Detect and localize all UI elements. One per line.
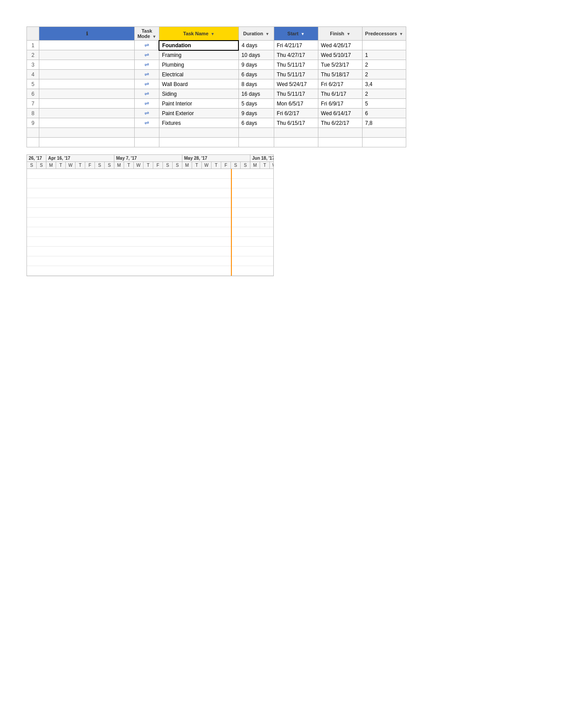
finish-dropdown-arrow[interactable]: ▼: [347, 32, 351, 36]
row-info: [39, 79, 135, 89]
pred-cell: 6: [362, 109, 406, 118]
table-row: 3⇌Plumbing9 daysThu 5/11/17Tue 5/23/172: [27, 60, 406, 70]
col-header-pred[interactable]: Predecessors ▼: [362, 27, 406, 41]
table-row: 1⇌Foundation4 daysFri 4/21/17Wed 4/26/17: [27, 41, 406, 50]
day-header-cell: W: [66, 162, 76, 169]
auto-schedule-icon: ⇌: [144, 81, 149, 87]
start-dropdown-arrow[interactable]: ▼: [301, 32, 305, 36]
week-header-cell: Jun 18, '17: [250, 155, 274, 161]
col-header-taskname[interactable]: Task Name ▼: [159, 27, 238, 41]
empty-cell: [238, 128, 274, 138]
finish-cell: Thu 5/18/17: [318, 70, 362, 79]
task-name-cell[interactable]: Siding: [159, 89, 238, 99]
row-info: [39, 118, 135, 128]
task-mode-cell: ⇌: [135, 118, 159, 128]
table-row: 4⇌Electrical6 daysThu 5/11/17Thu 5/18/17…: [27, 70, 406, 79]
day-header-cell: S: [105, 162, 114, 169]
pred-cell: 7,8: [362, 118, 406, 128]
table-header-row: ℹ TaskMode ▼ Task Name ▼ Duration ▼ Star…: [27, 27, 406, 41]
task-name-cell[interactable]: Plumbing: [159, 60, 238, 70]
row-number: 4: [27, 70, 39, 79]
chart-grid-row: [27, 227, 273, 237]
gantt-table: ℹ TaskMode ▼ Task Name ▼ Duration ▼ Star…: [26, 26, 406, 147]
chart-grid-row: [27, 198, 273, 208]
day-header-cell: W: [270, 162, 274, 169]
taskname-dropdown-arrow[interactable]: ▼: [211, 32, 215, 36]
auto-schedule-icon: ⇌: [144, 71, 149, 78]
table-row: 6⇌Siding16 daysThu 5/11/17Thu 6/1/172: [27, 89, 406, 99]
duration-cell: 10 days: [238, 50, 274, 60]
col-header-mode[interactable]: TaskMode ▼: [135, 27, 159, 41]
day-header-cell: S: [173, 162, 182, 169]
chart-grid-row: [27, 179, 273, 188]
start-cell: Mon 6/5/17: [274, 99, 318, 109]
week-header-cell: May 28, '17: [182, 155, 250, 161]
finish-cell: Fri 6/2/17: [318, 79, 362, 89]
task-mode-cell: ⇌: [135, 60, 159, 70]
row-number: 3: [27, 60, 39, 70]
start-cell: Thu 5/11/17: [274, 89, 318, 99]
task-name-cell[interactable]: Paint Exterior: [159, 109, 238, 118]
start-cell: Thu 5/11/17: [274, 70, 318, 79]
chart-day-row: SSMTWTFSSMTWTFSSMTWTFSSMTWTFSS: [27, 162, 273, 169]
auto-schedule-icon: ⇌: [144, 110, 149, 116]
day-header-cell: T: [144, 162, 153, 169]
task-name-cell[interactable]: Foundation: [159, 41, 238, 50]
chart-grid-row: [27, 188, 273, 198]
col-header-finish[interactable]: Finish ▼: [318, 27, 362, 41]
start-cell: Fri 6/2/17: [274, 109, 318, 118]
day-header-cell: S: [241, 162, 250, 169]
day-header-cell: S: [163, 162, 173, 169]
empty-cell: [362, 138, 406, 147]
duration-dropdown-arrow[interactable]: ▼: [265, 32, 269, 36]
day-header-cell: S: [27, 162, 37, 169]
row-info: [39, 109, 135, 118]
day-header-cell: S: [231, 162, 241, 169]
day-header-cell: M: [114, 162, 124, 169]
pred-cell: [362, 41, 406, 50]
pred-cell: 2: [362, 70, 406, 79]
empty-cell: [274, 138, 318, 147]
row-info: [39, 41, 135, 50]
today-line: [231, 169, 232, 276]
empty-cell: [318, 138, 362, 147]
chart-header: 26, '17Apr 16, '17May 7, '17May 28, '17J…: [27, 155, 273, 169]
row-number: 5: [27, 79, 39, 89]
empty-cell: [159, 138, 238, 147]
task-name-cell[interactable]: Framing: [159, 50, 238, 60]
finish-cell: Thu 6/22/17: [318, 118, 362, 128]
duration-cell: 9 days: [238, 60, 274, 70]
row-info: [39, 70, 135, 79]
day-header-cell: W: [202, 162, 212, 169]
task-name-cell[interactable]: Electrical: [159, 70, 238, 79]
mode-dropdown-arrow[interactable]: ▼: [152, 34, 156, 39]
finish-cell: Wed 6/14/17: [318, 109, 362, 118]
start-cell: Wed 5/24/17: [274, 79, 318, 89]
task-name-cell[interactable]: Wall Board: [159, 79, 238, 89]
pred-cell: 2: [362, 89, 406, 99]
duration-cell: 9 days: [238, 109, 274, 118]
col-header-start[interactable]: Start ▼: [274, 27, 318, 41]
chart-week-row: 26, '17Apr 16, '17May 7, '17May 28, '17J…: [27, 155, 273, 162]
auto-schedule-icon: ⇌: [144, 42, 149, 49]
duration-cell: 16 days: [238, 89, 274, 99]
finish-cell: Wed 4/26/17: [318, 41, 362, 50]
finish-cell: Wed 5/10/17: [318, 50, 362, 60]
auto-schedule-icon: ⇌: [144, 52, 149, 58]
finish-cell: Fri 6/9/17: [318, 99, 362, 109]
task-name-cell[interactable]: Paint Interior: [159, 99, 238, 109]
empty-cell: [274, 128, 318, 138]
col-header-num: [27, 27, 39, 41]
table-row: 7⇌Paint Interior5 daysMon 6/5/17Fri 6/9/…: [27, 99, 406, 109]
day-header-cell: T: [212, 162, 221, 169]
chart-grid-row: [27, 218, 273, 227]
chart-grid-row: [27, 208, 273, 218]
week-header-cell: May 7, '17: [114, 155, 182, 161]
task-mode-cell: ⇌: [135, 99, 159, 109]
col-header-duration[interactable]: Duration ▼: [238, 27, 274, 41]
duration-cell: 6 days: [238, 70, 274, 79]
auto-schedule-icon: ⇌: [144, 90, 149, 97]
task-name-cell[interactable]: Fixtures: [159, 118, 238, 128]
empty-cell: [39, 138, 135, 147]
pred-dropdown-arrow[interactable]: ▼: [399, 32, 403, 36]
